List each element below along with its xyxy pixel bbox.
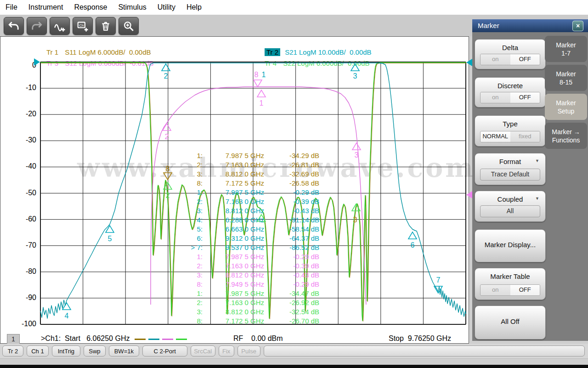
add-trace-icon[interactable] bbox=[50, 17, 70, 35]
swatch-tr2 bbox=[148, 339, 159, 340]
menu-stimulus[interactable]: Stimulus bbox=[113, 3, 152, 11]
coupled-button[interactable]: Coupled ▼ All bbox=[475, 191, 546, 222]
tab-line: Functions bbox=[552, 136, 580, 144]
ref-level-arrow[interactable] bbox=[466, 59, 472, 66]
status-tr-2[interactable]: Tr 2 bbox=[2, 345, 23, 357]
undo-icon[interactable] bbox=[4, 17, 24, 35]
zoom-icon[interactable] bbox=[119, 17, 139, 35]
marker-glyph[interactable] bbox=[162, 64, 170, 71]
discrete-toggle[interactable]: on OFF bbox=[480, 92, 540, 103]
marker-readout-row: 6:9.312 0 GHz-64.37 dB bbox=[184, 234, 319, 243]
coupled-value[interactable]: All bbox=[480, 205, 540, 217]
swatch-tr1 bbox=[135, 339, 146, 340]
channel-start-frequency[interactable]: >Ch1: Start 6.06250 GHz bbox=[41, 334, 130, 343]
swatch-tr3 bbox=[162, 339, 173, 340]
marker-readout-row: 1:7.987 5 GHz-0.29 dB bbox=[184, 188, 319, 197]
marker-number-label: 6 bbox=[411, 241, 415, 249]
add-channel-icon[interactable]: Ch bbox=[73, 17, 93, 35]
status-strip bbox=[0, 358, 588, 365]
discrete-label: Discrete bbox=[475, 78, 545, 90]
status-pulse: Pulse bbox=[237, 345, 260, 357]
marker-softkey-panel: Marker × Delta on OFF Discrete on OFF Ty… bbox=[472, 19, 588, 341]
menu-instrument[interactable]: Instrument bbox=[23, 3, 69, 11]
marker-readout-row: 8:7.172 5 GHz-26.58 dB bbox=[184, 179, 319, 188]
type-button[interactable]: Type NORMAL fixed bbox=[475, 115, 546, 147]
delta-toggle[interactable]: on OFF bbox=[480, 54, 540, 65]
delta-on[interactable]: on bbox=[481, 54, 510, 65]
marker-table-button[interactable]: Marker Table on OFF bbox=[475, 268, 546, 300]
all-off-button[interactable]: All Off bbox=[475, 306, 546, 340]
status-ch-1[interactable]: Ch 1 bbox=[27, 345, 49, 357]
tab-marker-1-7[interactable]: Marker1-7 bbox=[545, 36, 587, 62]
marker-glyph[interactable] bbox=[408, 232, 417, 239]
marker-glyph[interactable] bbox=[62, 303, 71, 310]
redo-icon[interactable] bbox=[27, 17, 47, 35]
delta-label: Delta bbox=[475, 40, 545, 51]
marker-glyph[interactable] bbox=[254, 80, 262, 87]
format-button[interactable]: Format ▼ Trace Default bbox=[475, 153, 546, 185]
marker-readout-row: 8:7.172 5 GHz-26.70 dB bbox=[184, 317, 319, 326]
menu-help[interactable]: Help bbox=[181, 3, 207, 11]
marker-readout-row: 2:7.163 0 GHz-0.39 dB bbox=[184, 261, 319, 271]
tab-line: Marker bbox=[556, 70, 576, 78]
chevron-down-icon: ▼ bbox=[535, 159, 539, 163]
close-icon[interactable]: × bbox=[572, 21, 583, 31]
status-c-2-port[interactable]: C 2-Port bbox=[142, 345, 187, 357]
marker-number-label: 3 bbox=[355, 151, 359, 159]
type-normal[interactable]: NORMAL bbox=[481, 131, 510, 142]
discrete-off[interactable]: OFF bbox=[510, 92, 540, 103]
panel-title: Marker bbox=[472, 19, 588, 32]
tab-line: Marker bbox=[556, 99, 576, 107]
status-inttrig[interactable]: IntTrig bbox=[52, 345, 80, 357]
marker-number-label: 1 bbox=[260, 99, 264, 107]
marker-glyph[interactable] bbox=[257, 90, 266, 97]
delta-button[interactable]: Delta on OFF bbox=[475, 39, 546, 69]
channel-stop-frequency[interactable]: Stop 9.76250 GHz bbox=[389, 334, 451, 343]
swatch-tr4 bbox=[176, 339, 187, 340]
marker-readout-row: 3:8.812 0 GHz-0.43 dB bbox=[184, 271, 319, 280]
marker-table-off[interactable]: OFF bbox=[510, 285, 540, 295]
format-value[interactable]: Trace Default bbox=[480, 169, 540, 181]
marker-display-button[interactable]: Marker Display... bbox=[475, 229, 546, 262]
channel-number-badge[interactable]: 1 bbox=[7, 334, 20, 344]
plot-window: Tr 1S11 LogM 6.000dB/ 0.00dB Tr 2S21 Log… bbox=[0, 36, 469, 344]
marker-readout-row: 2:7.163 0 GHz-0.39 dB bbox=[184, 197, 319, 206]
marker-glyph[interactable] bbox=[106, 226, 114, 232]
tab-line: Setup bbox=[558, 107, 575, 115]
marker-number-label: 5 bbox=[108, 235, 112, 243]
marker-readout-row: 3:8.812 0 GHz-0.43 dB bbox=[184, 206, 319, 215]
marker-glyph[interactable] bbox=[351, 64, 359, 71]
menu-utility[interactable]: Utility bbox=[152, 3, 181, 11]
rf-power-level[interactable]: RF 0.00 dBm bbox=[233, 334, 283, 343]
tab-marker-setup[interactable]: MarkerSetup bbox=[545, 94, 587, 120]
menu-bar: FileInstrumentResponseStimulusUtilityHel… bbox=[0, 0, 588, 15]
tab-line: 1-7 bbox=[561, 49, 571, 57]
vna-application-window: FileInstrumentResponseStimulusUtilityHel… bbox=[0, 0, 588, 368]
marker-number-label: 2 bbox=[165, 133, 169, 141]
discrete-button[interactable]: Discrete on OFF bbox=[475, 77, 546, 108]
marker-readout-row: 8:7.949 5 GHz-0.29 dB bbox=[184, 280, 319, 289]
ref-level-arrow[interactable] bbox=[34, 58, 40, 66]
type-toggle[interactable]: NORMAL fixed bbox=[480, 131, 540, 142]
tab-marker-functions[interactable]: Marker →Functions bbox=[545, 123, 587, 149]
menu-file[interactable]: File bbox=[0, 3, 23, 11]
discrete-on[interactable]: on bbox=[481, 92, 510, 103]
marker-number-label: 8 bbox=[254, 71, 259, 79]
marker-display-label: Marker Display... bbox=[475, 230, 545, 249]
status-bw=1k[interactable]: BW=1k bbox=[109, 345, 139, 357]
marker-number-label: 2 bbox=[164, 72, 168, 80]
ref-level-arrow[interactable] bbox=[466, 191, 472, 198]
delete-icon[interactable] bbox=[96, 17, 116, 35]
coupled-label: Coupled bbox=[475, 191, 545, 203]
menu-response[interactable]: Response bbox=[68, 3, 113, 11]
status-swp[interactable]: Swp bbox=[84, 345, 106, 357]
bottom-black-bar bbox=[0, 365, 588, 368]
tab-marker-8-15[interactable]: Marker8-15 bbox=[545, 65, 587, 91]
marker-table-on[interactable]: on bbox=[481, 285, 510, 295]
type-fixed[interactable]: fixed bbox=[510, 131, 540, 142]
marker-readout-row: 2:7.163 0 GHz-26.92 dB bbox=[184, 298, 319, 307]
marker-glyph[interactable] bbox=[352, 143, 361, 150]
delta-off[interactable]: OFF bbox=[510, 54, 540, 65]
marker-number-label: 8 bbox=[166, 165, 170, 173]
marker-table-toggle[interactable]: on OFF bbox=[480, 284, 540, 296]
